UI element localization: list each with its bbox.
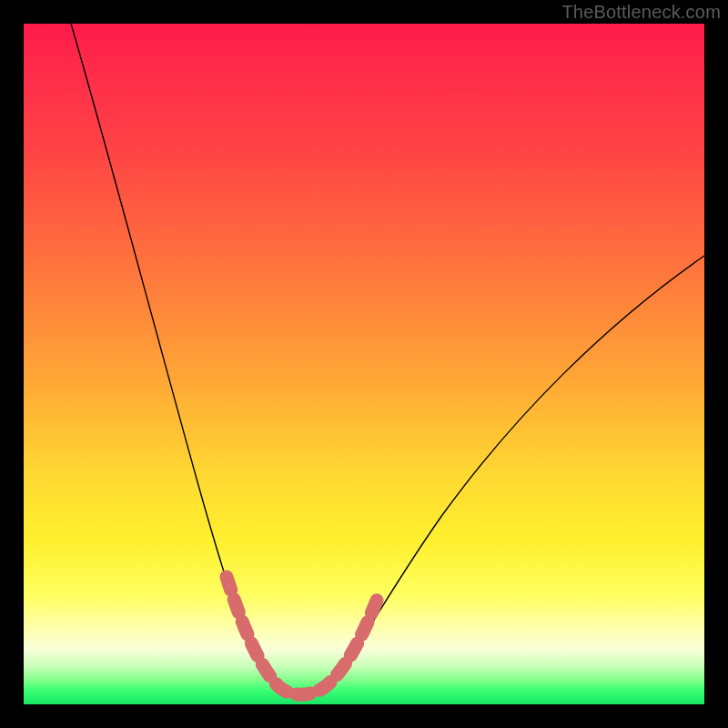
curve-layer — [24, 24, 704, 704]
bottleneck-curve — [71, 24, 704, 693]
chart-frame: TheBottleneck.com — [0, 0, 728, 728]
valley-highlight — [227, 577, 379, 694]
watermark-text: TheBottleneck.com — [561, 2, 721, 23]
plot-area — [24, 24, 704, 704]
